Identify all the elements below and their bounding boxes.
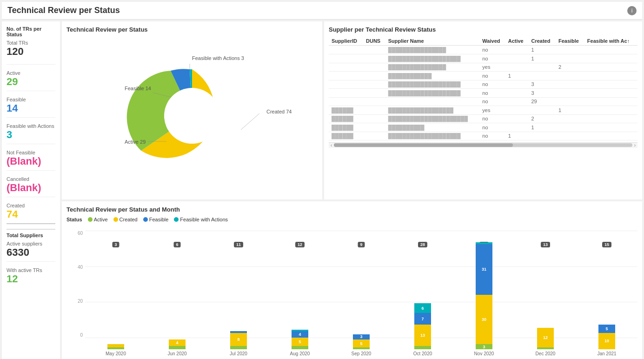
table-cell-active: [505, 89, 529, 98]
table-cell-supplierID: ██████: [329, 114, 363, 123]
bar-segment-label: 4: [176, 340, 178, 345]
table-cell-feasible: [556, 46, 584, 54]
table-cell-waived: yes: [479, 106, 505, 115]
y-label-40: 40: [66, 265, 83, 270]
bar-segment-label: 6: [421, 306, 424, 311]
bar-group: 64Jun 2020: [146, 249, 208, 356]
bar-segment-created: 12: [537, 328, 554, 347]
table-cell-waived: no: [479, 97, 505, 106]
total-trs-value: 120: [7, 46, 55, 58]
table-cell-name: ██████████████████████: [385, 114, 480, 123]
table-cell-active: [505, 54, 529, 63]
x-label: Jun 2020: [167, 351, 186, 356]
active-suppliers-value: 6330: [7, 246, 55, 259]
x-label: Oct 2020: [413, 351, 432, 356]
table-cell-name: ██████████████████: [385, 106, 480, 115]
x-label: Dec 2020: [536, 351, 556, 356]
bar-stack: 54: [292, 330, 308, 349]
bar-segment-active: [292, 346, 308, 349]
col-active: Active: [505, 37, 529, 46]
table-cell-feasible: [556, 132, 584, 140]
supplier-table-panel: Supplier per Technical Review Status Sup…: [324, 21, 642, 199]
bar-segment-active: [414, 346, 431, 349]
table-cell-name: ████████████████: [385, 46, 480, 54]
feasible-actions-value: 3: [7, 129, 55, 141]
info-icon[interactable]: i: [627, 6, 637, 15]
y-label-0: 0: [66, 332, 83, 338]
table-cell-feasible: [556, 54, 584, 63]
total-suppliers-title: Total Suppliers: [7, 229, 55, 238]
bar-segment-label: 10: [604, 339, 609, 343]
bar-segment-created: 8: [230, 333, 247, 346]
donut-hole: [164, 88, 220, 144]
table-cell-supplierID: [329, 63, 363, 72]
with-active-trs-value: 12: [7, 273, 55, 285]
bar-group: 281376Oct 2020: [392, 249, 453, 356]
supplier-table-title: Supplier per Technical Review Status: [329, 26, 637, 33]
table-cell-feasible: [556, 72, 584, 80]
legend-created-dot: [113, 217, 118, 222]
legend-active: Active: [88, 217, 108, 222]
table-cell-duns: [363, 123, 385, 132]
bar-segment-label: 12: [543, 335, 548, 340]
table-cell-active: [505, 114, 529, 123]
legend-created: Created: [113, 217, 138, 222]
table-cell-duns: [363, 132, 385, 140]
feasible-value: 14: [7, 102, 55, 114]
legend-active-label: Active: [94, 217, 108, 222]
bar-group: 1312Dec 2020: [515, 249, 576, 356]
table-cell-name: [385, 97, 480, 106]
bar-group: 1254Aug 2020: [269, 249, 331, 356]
table-cell-active: [505, 97, 529, 106]
bar-segment-label: 3: [483, 345, 485, 349]
scroll-left-arrow[interactable]: ‹: [331, 143, 332, 148]
table-cell-supplierID: [329, 97, 363, 106]
right-content: Technical Review per Status: [62, 21, 642, 359]
table-cell-name: ████████████: [385, 72, 480, 80]
bar-segment-active: [107, 347, 124, 349]
scroll-right-arrow[interactable]: ›: [634, 143, 636, 148]
page-header: Technical Review per Status i: [2, 2, 642, 20]
table-cell-active: [505, 123, 529, 132]
bar-segment-feasibleActions: 6: [414, 303, 431, 313]
table-scroll-bar: ‹ ›: [329, 142, 637, 148]
table-cell-waived: yes: [479, 63, 505, 72]
table-cell-feasibleActions: [584, 46, 637, 54]
table-cell-name: ████████████████: [385, 63, 480, 72]
table-cell-feasible: [556, 89, 584, 98]
table-cell-feasibleActions: [584, 89, 637, 98]
bar-segment-label: 31: [482, 267, 486, 272]
bar-total-label: 12: [295, 242, 305, 247]
table-cell-feasible: [556, 97, 584, 106]
no-of-trs-section: No. of TRs per Status Total TRs 120: [7, 26, 55, 58]
bar-chart-legend: Status Active Created Feasible: [66, 217, 637, 222]
bar-group: 118Jul 2020: [208, 249, 269, 356]
bar-stack: 1376: [414, 303, 431, 349]
bar-segment-label: 13: [420, 333, 425, 338]
bar-stack: 4: [169, 339, 186, 349]
bar-segment-created: 5: [292, 338, 308, 346]
table-cell-created: 1: [528, 123, 556, 132]
table-cell-created: 1: [528, 54, 556, 63]
feasible-label: Feasible: [7, 97, 55, 102]
table-cell-created: [528, 63, 556, 72]
no-of-trs-title: No. of TRs per Status: [7, 26, 55, 37]
cancelled-label: Cancelled: [7, 176, 55, 182]
y-label-60: 60: [66, 231, 83, 236]
bar-stack: 105: [598, 325, 615, 349]
table-cell-feasibleActions: [584, 63, 637, 72]
bar-total-label: 11: [234, 242, 243, 247]
col-supplier-id: SupplierID: [329, 37, 363, 46]
table-cell-waived: no: [479, 114, 505, 123]
table-cell-feasible: [556, 80, 584, 89]
table-wrapper[interactable]: SupplierID DUNS Supplier Name Waived Act…: [329, 37, 637, 140]
created-value: 74: [7, 208, 55, 220]
bar-total-label: 3: [112, 242, 119, 247]
feasible-label-svg: Feasible 14: [125, 86, 151, 91]
x-label: Sep 2020: [352, 351, 372, 356]
bar-segment-active: [537, 347, 554, 349]
table-cell-name: ████████████████████: [385, 132, 480, 140]
col-duns: DUNS: [363, 37, 385, 46]
bar-segment-active: [169, 346, 186, 349]
table-cell-name: ████████████████████: [385, 80, 480, 89]
